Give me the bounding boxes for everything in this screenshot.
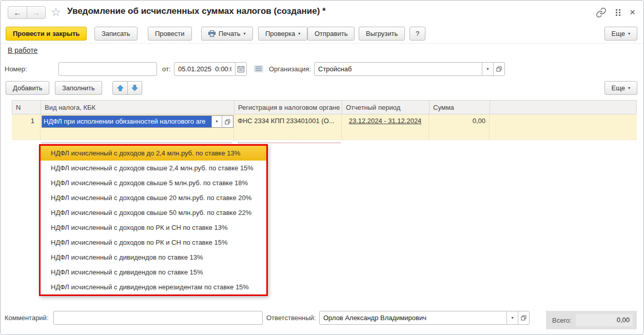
comment-field-group (53, 311, 263, 325)
date-input[interactable] (174, 63, 235, 75)
caret-down-icon: ▾ (298, 32, 300, 36)
caret-down-icon: ▾ (244, 32, 246, 36)
editable-cell-underline (238, 143, 341, 143)
tax-kind-editor: НДФЛ при исполнении обязанностей налогов… (42, 115, 233, 128)
header-fields: Номер: от: (1, 62, 643, 76)
dropdown-item[interactable]: НДФЛ исчисленный с доходов до 2,4 млн.ру… (41, 146, 266, 161)
check-button[interactable]: Проверка ▾ (258, 27, 307, 41)
date-field-group (174, 62, 247, 76)
app-window: ← → ☆ Уведомление об исчисленных суммах … (0, 0, 644, 335)
open-icon (521, 315, 526, 321)
date-label: от: (162, 65, 171, 73)
dropdown-item[interactable]: НДФЛ исчисленный с доходов по РК и СН по… (41, 235, 266, 250)
responsible-input[interactable] (320, 311, 506, 324)
total-label: Всего: (552, 317, 572, 324)
dropdown-item[interactable]: НДФЛ исчисленный с доходов по РК и СН по… (41, 220, 266, 235)
number-field-group (58, 62, 157, 76)
export-button[interactable]: Выгрузить (359, 27, 405, 41)
post-button[interactable]: Провести (148, 27, 192, 41)
editable-cell-underline (42, 143, 232, 143)
dropdown-item[interactable]: НДФЛ исчисленный с дивидендов по ставке … (41, 250, 266, 265)
column-header-period[interactable]: Отчетный период (342, 101, 430, 114)
dropdown-item[interactable]: НДФЛ исчисленный с доходов свыше 50 млн.… (41, 205, 266, 220)
caret-down-icon: ▾ (216, 120, 218, 124)
responsible-label: Ответственный: (266, 314, 316, 322)
open-icon (496, 66, 502, 72)
column-header-empty (490, 101, 636, 114)
caret-down-icon: ▾ (628, 32, 630, 36)
calendar-icon (238, 66, 244, 72)
footer: Комментарий: Ответственный: ▾ Всего: 0,0… (1, 311, 643, 331)
calendar-button[interactable] (235, 63, 246, 75)
organization-dropdown-button[interactable]: ▾ (482, 63, 493, 75)
column-header-tax-kind[interactable]: Вид налога, КБК (41, 101, 235, 114)
dropdown-item[interactable]: НДФЛ исчисленный с дивидендов нерезидент… (41, 280, 266, 294)
column-header-amount[interactable]: Сумма (430, 101, 490, 114)
organization-label: Организация: (269, 65, 311, 73)
total-panel: Всего: 0,00 (546, 311, 637, 329)
status-row: В работе (8, 46, 37, 54)
printer-icon (208, 30, 216, 37)
more-menu-icon[interactable] (616, 9, 620, 16)
more-button[interactable]: Еще ▾ (604, 27, 637, 41)
dropdown-item[interactable]: НДФЛ исчисленный с дивидендов по ставке … (41, 265, 266, 280)
list-lines-icon[interactable] (254, 65, 263, 72)
caret-down-icon: ▾ (628, 86, 630, 90)
registration-cell[interactable]: ФНС 2334 КПП 233401001 (О... (234, 114, 342, 140)
fill-button[interactable]: Заполнить (55, 81, 102, 95)
period-cell: 23.12.2024 - 31.12.2024 (342, 114, 429, 140)
empty-cell (490, 114, 637, 140)
help-button[interactable]: ? (409, 27, 425, 41)
move-row-buttons (112, 81, 142, 95)
column-header-registration[interactable]: Регистрация в налоговом органе (235, 101, 342, 114)
back-button[interactable]: ← (8, 7, 27, 18)
command-bar: Провести и закрыть Записать Провести Печ… (1, 24, 643, 44)
organization-open-button[interactable] (493, 63, 504, 75)
period-link[interactable]: 23.12.2024 - 31.12.2024 (349, 117, 422, 125)
print-button[interactable]: Печать ▾ (201, 27, 253, 41)
titlebar: ← → ☆ Уведомление об исчисленных суммах … (1, 1, 643, 24)
history-nav: ← → (8, 6, 46, 19)
tax-kind-cell: НДФЛ при исполнении обязанностей налогов… (41, 114, 234, 140)
column-header-n[interactable]: N (12, 101, 41, 114)
responsible-dropdown-button[interactable]: ▾ (506, 311, 518, 324)
comment-label: Комментарий: (5, 314, 49, 322)
comment-input[interactable] (54, 311, 262, 324)
titlebar-actions: × (596, 7, 635, 18)
tax-kind-input[interactable]: НДФЛ при исполнении обязанностей налогов… (42, 116, 211, 127)
move-down-button[interactable] (127, 82, 142, 94)
arrow-up-icon (117, 85, 124, 91)
dropdown-item[interactable]: НДФЛ исчисленный с доходов свыше 2,4 млн… (41, 161, 266, 175)
row-number-cell: 1 (12, 114, 41, 140)
save-button[interactable]: Записать (94, 27, 138, 41)
send-button[interactable]: Отправить (307, 27, 355, 41)
dropdown-item[interactable]: НДФЛ исчисленный с доходов свыше 5 млн.р… (41, 175, 266, 190)
total-value: 0,00 (576, 314, 633, 326)
arrow-down-icon (131, 85, 138, 91)
post-and-close-button[interactable]: Провести и закрыть (6, 27, 87, 41)
caret-down-icon: ▾ (486, 67, 489, 71)
amount-cell[interactable]: 0,00 (429, 114, 490, 140)
table-header: N Вид налога, КБК Регистрация в налогово… (12, 100, 637, 114)
number-label: Номер: (5, 65, 27, 73)
responsible-open-button[interactable] (518, 311, 529, 324)
table-more-button[interactable]: Еще ▾ (604, 81, 637, 95)
close-icon[interactable]: × (630, 8, 635, 17)
organization-input[interactable] (315, 63, 482, 75)
page-title: Уведомление об исчисленных суммах налого… (67, 6, 326, 16)
tax-kind-open-button[interactable] (222, 116, 233, 127)
table-toolbar: Добавить Заполнить Еще ▾ (1, 78, 643, 98)
add-row-button[interactable]: Добавить (6, 81, 49, 95)
forward-button[interactable]: → (27, 7, 45, 18)
dropdown-item[interactable]: НДФЛ исчисленный с доходов свыше 20 млн.… (41, 190, 266, 205)
tax-kind-dropdown-list: НДФЛ исчисленный с доходов до 2,4 млн.ру… (39, 144, 268, 296)
table-row[interactable]: 1 НДФЛ при исполнении обязанностей налог… (12, 114, 637, 140)
responsible-field-group: ▾ (319, 311, 530, 325)
status-link[interactable]: В работе (8, 46, 37, 54)
tax-kind-dropdown-button[interactable]: ▾ (211, 116, 222, 127)
number-input[interactable] (59, 63, 157, 75)
favorite-star-icon[interactable]: ☆ (51, 6, 61, 19)
move-up-button[interactable] (113, 82, 127, 94)
link-icon[interactable] (596, 7, 607, 18)
caret-down-icon: ▾ (511, 316, 513, 320)
